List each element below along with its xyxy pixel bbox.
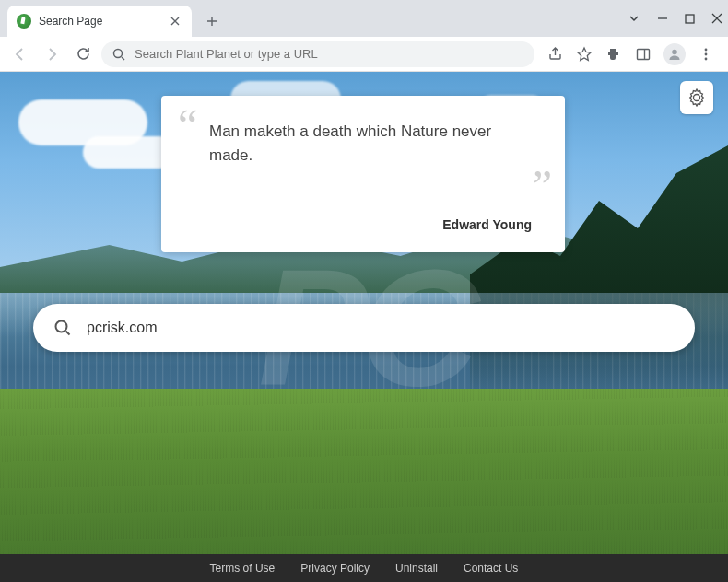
gear-icon: [687, 88, 706, 107]
browser-toolbar: [0, 37, 728, 72]
close-window-icon[interactable]: [711, 13, 722, 24]
svg-point-6: [705, 57, 708, 60]
forward-button[interactable]: [39, 41, 65, 67]
window-controls: [628, 0, 722, 37]
page-content: PC “ Man maketh a death which Nature nev…: [0, 72, 728, 582]
search-input[interactable]: [87, 320, 675, 336]
menu-icon[interactable]: [697, 45, 715, 64]
minimize-icon[interactable]: [657, 13, 668, 24]
footer: Terms of Use Privacy Policy Uninstall Co…: [0, 554, 728, 582]
address-bar[interactable]: [101, 41, 534, 67]
svg-point-5: [705, 52, 708, 55]
svg-point-1: [114, 49, 123, 57]
svg-point-7: [56, 321, 67, 332]
svg-rect-0: [686, 15, 694, 23]
window-titlebar: Search Page: [0, 0, 728, 37]
close-icon[interactable]: [168, 14, 182, 29]
quote-author: Edward Young: [442, 217, 532, 232]
toolbar-right: [540, 43, 721, 65]
leaf-icon: [17, 14, 31, 29]
share-icon[interactable]: [546, 45, 564, 64]
sidepanel-icon[interactable]: [634, 45, 652, 64]
reload-button[interactable]: [70, 41, 96, 67]
back-button[interactable]: [7, 41, 33, 67]
quote-close-icon: ”: [533, 175, 552, 197]
footer-link-terms[interactable]: Terms of Use: [210, 562, 276, 575]
chevron-down-icon[interactable]: [628, 12, 640, 25]
profile-avatar[interactable]: [663, 43, 686, 65]
search-icon: [53, 319, 72, 337]
address-input[interactable]: [135, 47, 523, 61]
search-icon: [112, 48, 125, 61]
tab-title: Search Page: [39, 15, 160, 28]
search-bar[interactable]: [33, 304, 695, 352]
footer-link-contact[interactable]: Contact Us: [464, 562, 518, 575]
quote-open-icon: “: [178, 114, 197, 136]
new-tab-button[interactable]: [199, 8, 225, 34]
star-icon[interactable]: [575, 45, 593, 64]
svg-rect-2: [638, 49, 650, 59]
quote-card: “ Man maketh a death which Nature never …: [161, 96, 565, 252]
footer-link-uninstall[interactable]: Uninstall: [395, 562, 438, 575]
settings-button[interactable]: [680, 81, 713, 114]
footer-link-privacy[interactable]: Privacy Policy: [300, 562, 370, 575]
svg-point-4: [705, 48, 708, 51]
svg-point-3: [672, 49, 677, 54]
maximize-icon[interactable]: [685, 14, 695, 24]
quote-text: Man maketh a death which Nature never ma…: [209, 120, 528, 167]
browser-tab[interactable]: Search Page: [7, 6, 192, 37]
extensions-icon[interactable]: [605, 45, 623, 64]
